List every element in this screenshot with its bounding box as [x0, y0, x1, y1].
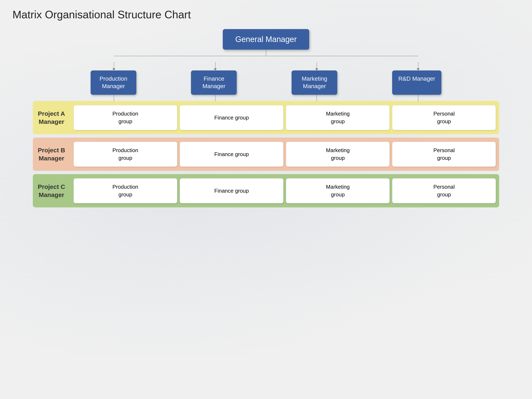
general-manager-node: General Manager: [223, 29, 309, 50]
project-label-b: Project B Manager: [33, 138, 70, 171]
group-cell-c-0: Production group: [74, 178, 177, 203]
connector-finance: [214, 62, 217, 70]
arrow-rnd: [417, 68, 420, 70]
org-chart: General Manager Production Man: [13, 29, 519, 211]
dashed-marketing: [317, 95, 317, 101]
arrow-production: [112, 68, 115, 70]
manager-node-2: Marketing Manager: [291, 70, 337, 95]
dashed-finance: [215, 95, 215, 101]
projects-section: Project A ManagerProduction groupFinance…: [33, 101, 499, 211]
project-label-a: Project A Manager: [33, 101, 70, 134]
manager-node-3: R&D Manager: [392, 70, 441, 95]
manager-node-0: Production Manager: [91, 70, 136, 95]
project-row-b: Project B ManagerProduction groupFinance…: [33, 138, 499, 171]
arrow-marketing: [315, 68, 318, 70]
vline-finance: [215, 62, 215, 68]
project-groups-a: Production groupFinance groupMarketing g…: [70, 101, 499, 134]
project-groups-c: Production groupFinance groupMarketing g…: [70, 174, 499, 207]
dashed-rnd: [418, 95, 418, 101]
group-cell-a-1: Finance group: [180, 105, 284, 130]
top-node-container: General Manager: [223, 29, 309, 50]
project-row-c: Project C ManagerProduction groupFinance…: [33, 174, 499, 207]
connector-production: [112, 62, 115, 70]
project-label-c: Project C Manager: [33, 174, 70, 207]
arrow-finance: [214, 68, 217, 70]
project-row-a: Project A ManagerProduction groupFinance…: [33, 101, 499, 134]
vline-rnd: [418, 62, 418, 68]
group-cell-b-2: Marketing group: [286, 142, 390, 167]
top-connector: [63, 50, 469, 62]
dashed-production: [114, 95, 114, 101]
group-cell-a-3: Personal group: [392, 105, 496, 130]
group-cell-a-0: Production group: [74, 105, 177, 130]
connector-rnd: [417, 62, 420, 70]
manager-connectors: [63, 62, 469, 70]
dashed-connectors: [63, 95, 469, 101]
group-cell-c-3: Personal group: [392, 178, 496, 203]
page-title: Matrix Organisational Structure Chart: [13, 8, 519, 21]
group-cell-b-1: Finance group: [180, 142, 284, 167]
group-cell-c-2: Marketing group: [286, 178, 390, 203]
group-cell-c-1: Finance group: [180, 178, 284, 203]
group-cell-b-0: Production group: [74, 142, 177, 167]
group-cell-a-2: Marketing group: [286, 105, 390, 130]
project-groups-b: Production groupFinance groupMarketing g…: [70, 138, 499, 171]
group-cell-b-3: Personal group: [392, 142, 496, 167]
vline-marketing: [317, 62, 317, 68]
managers-row: Production ManagerFinance ManagerMarketi…: [63, 70, 469, 95]
connector-marketing: [315, 62, 318, 70]
manager-node-1: Finance Manager: [191, 70, 237, 95]
